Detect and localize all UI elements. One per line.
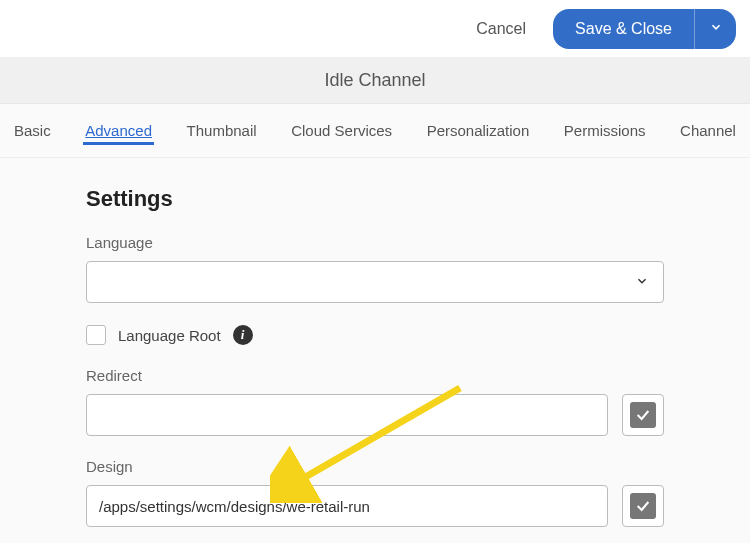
language-root-checkbox[interactable]	[86, 325, 106, 345]
chevron-down-icon	[635, 274, 649, 291]
tab-advanced[interactable]: Advanced	[83, 116, 154, 145]
save-dropdown-button[interactable]	[694, 9, 736, 49]
language-select[interactable]	[86, 261, 664, 303]
language-label: Language	[86, 234, 664, 251]
design-label: Design	[86, 458, 664, 475]
redirect-input[interactable]	[86, 394, 608, 436]
section-heading: Settings	[86, 186, 664, 212]
save-and-close-button[interactable]: Save & Close	[553, 9, 694, 49]
annotation-arrow-icon	[270, 373, 480, 503]
cancel-button[interactable]: Cancel	[457, 11, 545, 47]
tab-cloud-services[interactable]: Cloud Services	[289, 116, 394, 145]
save-split-button: Save & Close	[553, 9, 736, 49]
check-icon	[630, 493, 656, 519]
chevron-down-icon	[709, 20, 723, 37]
action-bar: Cancel Save & Close	[0, 0, 750, 58]
page-title: Idle Channel	[324, 70, 425, 91]
tab-basic[interactable]: Basic	[12, 116, 53, 145]
language-root-label: Language Root	[118, 327, 221, 344]
design-input[interactable]	[86, 485, 608, 527]
title-bar: Idle Channel	[0, 58, 750, 104]
settings-form: Settings Language Language Root i Redire…	[0, 158, 750, 527]
info-icon[interactable]: i	[233, 325, 253, 345]
check-icon	[630, 402, 656, 428]
redirect-toggle-button[interactable]	[622, 394, 664, 436]
tab-permissions[interactable]: Permissions	[562, 116, 648, 145]
tab-personalization[interactable]: Personalization	[425, 116, 532, 145]
tab-channel[interactable]: Channel	[678, 116, 738, 145]
tab-thumbnail[interactable]: Thumbnail	[185, 116, 259, 145]
redirect-label: Redirect	[86, 367, 664, 384]
tab-bar: Basic Advanced Thumbnail Cloud Services …	[0, 104, 750, 158]
design-toggle-button[interactable]	[622, 485, 664, 527]
